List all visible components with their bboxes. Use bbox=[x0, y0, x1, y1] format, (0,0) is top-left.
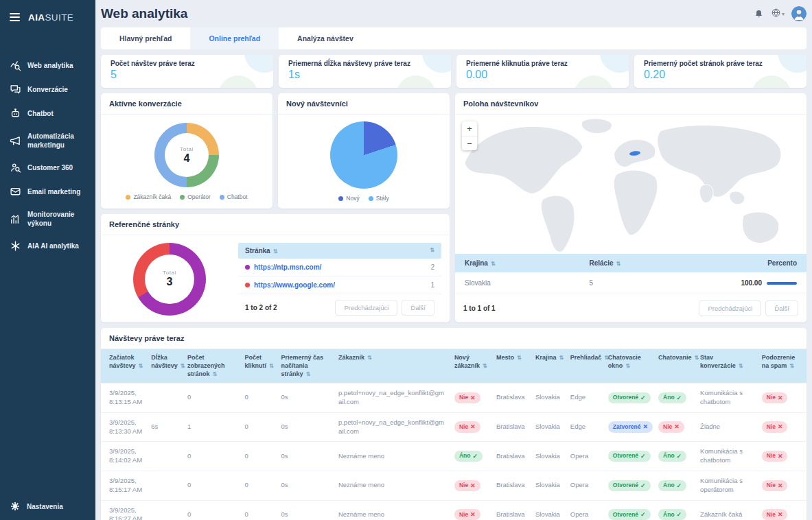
badge-label: Nie bbox=[663, 423, 672, 431]
sidebar-item-chatbot[interactable]: Chatbot bbox=[0, 102, 95, 126]
sidebar-item-email-marketing[interactable]: Email marketing bbox=[0, 180, 95, 204]
legend-item: Operátor bbox=[180, 193, 211, 200]
sort-icon[interactable] bbox=[306, 371, 311, 377]
cell-prehliada: Opera bbox=[566, 471, 604, 500]
sort-icon[interactable] bbox=[213, 371, 218, 377]
column-header[interactable]: Krajina bbox=[465, 259, 488, 267]
sort-icon[interactable] bbox=[367, 355, 372, 361]
cell-priemern-as-na-tania-str-nky: 0s bbox=[277, 412, 334, 442]
sidebar-item-web-analytika[interactable]: Web analytika bbox=[0, 54, 95, 78]
cell-po-et-zobrazen-ch-str-nok: 0 bbox=[183, 471, 240, 500]
sort-icon[interactable] bbox=[739, 363, 743, 369]
cell-po-et-zobrazen-ch-str-nok: 0 bbox=[183, 442, 240, 471]
previous-page-button[interactable]: Predchádzajúci bbox=[699, 300, 761, 316]
referrer-url[interactable]: https://www.google.com/ bbox=[254, 281, 335, 289]
stat-label: Priemerná dĺžka návštevy práve teraz bbox=[288, 60, 441, 67]
sort-icon[interactable] bbox=[625, 363, 630, 369]
sidebar-item-konverz-cie[interactable]: Konverzácie bbox=[0, 78, 95, 102]
column-header[interactable]: Stránka bbox=[245, 247, 270, 255]
next-page-button[interactable]: Ďalší bbox=[402, 300, 434, 316]
sort-icon[interactable] bbox=[559, 355, 564, 361]
column-header-label: Priemerný čas načítania stránky bbox=[281, 354, 323, 377]
page-title: Web analytika bbox=[101, 6, 187, 21]
status-badge: Nie✕ bbox=[454, 392, 480, 403]
row-count: 1 to 2 of 2 bbox=[245, 304, 277, 311]
sort-icon[interactable] bbox=[517, 355, 522, 361]
sidebar-item-automatiz-cia-marketingu[interactable]: Automatizácia marketingu bbox=[0, 126, 95, 156]
sort-icon[interactable] bbox=[695, 355, 699, 361]
column-header-podozrenie-na-spam[interactable]: Podozrenie na spam bbox=[758, 349, 807, 383]
sort-icon[interactable] bbox=[269, 363, 274, 369]
column-header-chatovanie[interactable]: Chatovanie bbox=[654, 349, 696, 383]
sort-icon[interactable] bbox=[789, 363, 794, 369]
next-page-button[interactable]: Ďalší bbox=[765, 300, 798, 316]
language-selector[interactable]: ▾ bbox=[771, 8, 785, 21]
cross-icon: ✕ bbox=[778, 510, 783, 519]
sort-icon[interactable] bbox=[483, 363, 487, 369]
column-header[interactable]: Relácie bbox=[590, 259, 614, 267]
referrer-link[interactable]: https://ntp.msn.com/ bbox=[245, 263, 321, 271]
cell-stav-konverz-cie: Komunikácia s operátorom bbox=[696, 471, 758, 500]
status-badge: Nie✕ bbox=[454, 509, 480, 520]
sidebar-item-label: Nastavenia bbox=[27, 502, 63, 511]
avatar[interactable] bbox=[791, 6, 807, 21]
sort-icon[interactable] bbox=[616, 261, 621, 267]
sidebar-item-aia-ai-analytika[interactable]: AIA AI analytika bbox=[0, 234, 95, 258]
column-header-chatovacie-okno[interactable]: Chatovacie okno bbox=[604, 349, 654, 383]
cell-mesto: Bratislava bbox=[492, 412, 531, 442]
tab-online-preh-ad[interactable]: Online prehľad bbox=[190, 27, 279, 49]
menu-icon[interactable] bbox=[8, 10, 21, 25]
tab-hlavn-preh-ad[interactable]: Hlavný prehľad bbox=[101, 27, 190, 49]
sidebar-item-monitorovanie-v-konu[interactable]: Monitorovanie výkonu bbox=[0, 204, 95, 234]
legend-label: Operátor bbox=[187, 193, 211, 200]
legend-dot bbox=[245, 283, 250, 287]
globe-icon bbox=[771, 8, 781, 21]
check-icon: ✓ bbox=[640, 482, 646, 490]
referrer-link[interactable]: https://www.google.com/ bbox=[245, 281, 335, 289]
column-header-krajina[interactable]: Krajina bbox=[531, 349, 566, 383]
cell-prehliada: Opera bbox=[566, 500, 604, 520]
status-badge: Zatvorené✕ bbox=[608, 421, 653, 432]
previous-page-button[interactable]: Predchádzajúci bbox=[335, 300, 397, 316]
column-header-mesto[interactable]: Mesto bbox=[492, 349, 531, 383]
cell-priemern-as-na-tania-str-nky: 0s bbox=[277, 383, 334, 413]
cell-d-ka-n-v-tevy bbox=[147, 383, 183, 413]
sort-icon[interactable] bbox=[181, 363, 185, 369]
cell-chatovanie: Áno✓ bbox=[654, 471, 696, 500]
status-badge: Áno✓ bbox=[658, 509, 686, 520]
map-zoom-out-button[interactable]: − bbox=[462, 136, 477, 150]
sidebar-item-nastavenia[interactable]: Nastavenia bbox=[0, 493, 95, 520]
sort-icon[interactable] bbox=[491, 261, 496, 267]
column-header-prehliada[interactable]: Prehliadač bbox=[566, 349, 604, 383]
sidebar-item-customer-360[interactable]: Customer 360 bbox=[0, 156, 95, 180]
sort-icon[interactable] bbox=[139, 363, 143, 369]
column-header-d-ka-n-v-tevy[interactable]: Dĺžka návštevy bbox=[147, 349, 183, 383]
cell-stav-konverz-cie: Komunikácia s chatbotom bbox=[696, 383, 758, 413]
column-header-po-et-kliknut[interactable]: Počet kliknutí bbox=[241, 349, 277, 383]
bell-icon[interactable] bbox=[754, 9, 764, 19]
column-header-nov-z-kazn-k[interactable]: Nový zákazník bbox=[450, 349, 492, 383]
legend-item: Zákazník čaká bbox=[126, 193, 171, 200]
legend-dot bbox=[338, 196, 343, 201]
cell-po-et-kliknut: 0 bbox=[241, 442, 277, 471]
sort-icon[interactable] bbox=[273, 248, 278, 255]
cell-nov-z-kazn-k: Nie✕ bbox=[450, 412, 492, 442]
cross-icon: ✕ bbox=[778, 423, 783, 431]
sort-icon[interactable] bbox=[430, 247, 434, 255]
sidebar-item-label: Konverzácie bbox=[27, 85, 68, 94]
column-header-za-iatok-n-v-tevy[interactable]: Začiatok návštevy bbox=[101, 349, 147, 383]
world-map[interactable]: + − bbox=[455, 115, 807, 254]
chart-search-icon bbox=[10, 60, 21, 71]
column-header-stav-konverz-cie[interactable]: Stav konverzácie bbox=[696, 349, 758, 383]
column-header-po-et-zobrazen-ch-str-nok[interactable]: Počet zobrazených stránok bbox=[183, 349, 240, 383]
referrer-pages-card: Referenčné stránky Total 3 bbox=[101, 214, 450, 322]
cross-icon: ✕ bbox=[778, 482, 783, 490]
stat-card: Priemerná dĺžka návštevy práve teraz1s bbox=[279, 55, 451, 88]
map-zoom-in-button[interactable]: + bbox=[462, 121, 477, 136]
cell-mesto: Bratislava bbox=[492, 500, 531, 520]
column-header-priemern-as-na-tania-str-nky[interactable]: Priemerný čas načítania stránky bbox=[277, 349, 334, 383]
tab-anal-za-n-v-tev[interactable]: Analýza návštev bbox=[279, 27, 372, 49]
column-header-z-kazn-k[interactable]: Zákazník bbox=[334, 349, 450, 383]
referrer-url[interactable]: https://ntp.msn.com/ bbox=[254, 263, 321, 271]
badge-label: Áno bbox=[663, 452, 675, 460]
